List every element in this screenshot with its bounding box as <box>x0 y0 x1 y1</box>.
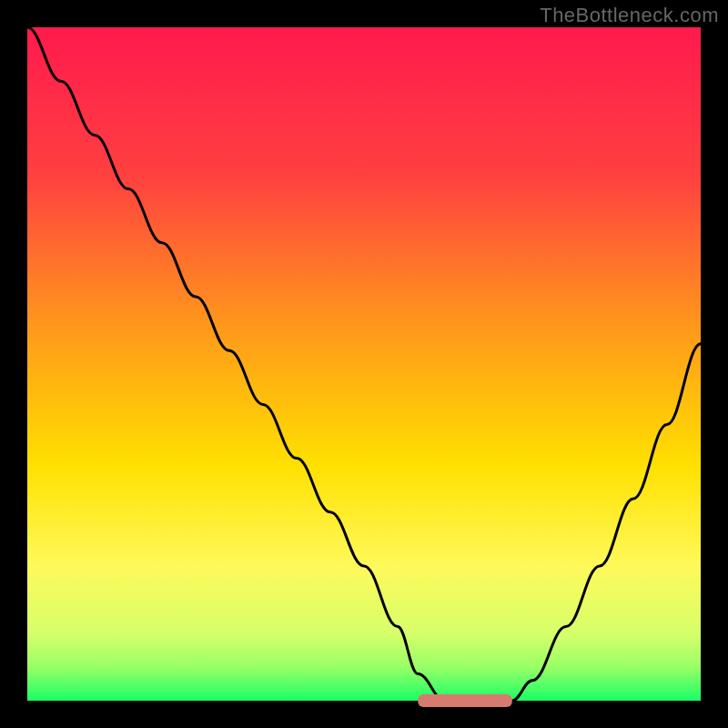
plot-background <box>27 27 701 701</box>
optimal-range-marker <box>418 694 512 707</box>
watermark-text: TheBottleneck.com <box>540 4 719 27</box>
bottleneck-chart <box>0 0 728 728</box>
chart-stage: TheBottleneck.com <box>0 0 728 728</box>
